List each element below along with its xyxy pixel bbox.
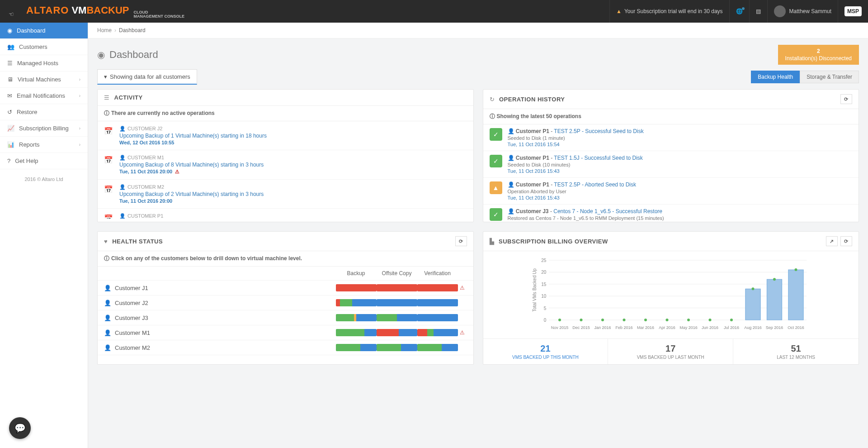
svg-point-23 bbox=[665, 319, 668, 321]
share-button[interactable]: ↗ bbox=[826, 236, 838, 246]
tab-backup-health[interactable]: Backup Health bbox=[751, 71, 800, 83]
op-link[interactable]: TEST 1.5J - Successful Seed to Disk bbox=[554, 155, 643, 161]
sidebar-item-label: Email Notifications bbox=[17, 92, 65, 99]
svg-text:0: 0 bbox=[543, 318, 546, 323]
ops-title: OPERATION HISTORY bbox=[499, 96, 565, 103]
ops-list[interactable]: ✓ 👤 Customer P1 - TEST 2.5P - Successful… bbox=[483, 124, 859, 222]
svg-point-27 bbox=[708, 319, 711, 321]
activity-desc[interactable]: Upcoming Backup of 2 Virtual Machine(s) … bbox=[119, 191, 264, 197]
user-menu[interactable]: Matthew Sammut bbox=[767, 0, 838, 23]
health-row[interactable]: 👤Customer M1 ⚠ bbox=[98, 325, 473, 340]
sidebar-item-dashboard[interactable]: ◉Dashboard bbox=[0, 23, 88, 39]
operation-item[interactable]: ✓ 👤 Customer J3 - Centos 7 - Node 1_v6.5… bbox=[483, 205, 859, 222]
op-detail: Seeded to Disk (1 minute) bbox=[508, 135, 644, 141]
svg-text:May 2016: May 2016 bbox=[679, 325, 698, 330]
globe-icon[interactable]: 🌐 bbox=[729, 0, 749, 23]
op-link[interactable]: TEST 2.5P - Aborted Seed to Disk bbox=[554, 181, 636, 188]
activity-desc[interactable]: Upcoming Backup of 8 Virtual Machine(s) … bbox=[119, 162, 264, 168]
operation-item[interactable]: ✓ 👤 Customer P1 - TEST 2.5P - Successful… bbox=[483, 124, 859, 151]
operation-item[interactable]: ✓ 👤 Customer P1 - TEST 1.5J - Successful… bbox=[483, 151, 859, 178]
health-row[interactable]: 👤Customer J3 bbox=[98, 310, 473, 325]
msp-badge[interactable]: MSP bbox=[838, 0, 868, 23]
billing-stat[interactable]: 21VMS BACKED UP THIS MONTH bbox=[483, 339, 609, 364]
sidebar-icon: ↺ bbox=[7, 109, 12, 115]
refresh-button[interactable]: ⟳ bbox=[840, 236, 852, 246]
activity-timestamp: Tue, 11 Oct 2016 20:00⚠ bbox=[119, 169, 264, 175]
activity-item[interactable]: 📅 👤CUSTOMER M2 Upcoming Backup of 2 Virt… bbox=[98, 180, 473, 209]
trial-notice[interactable]: ▲Your Subscription trial will end in 30 … bbox=[609, 0, 729, 23]
svg-text:Total VMs Backed Up: Total VMs Backed Up bbox=[532, 268, 537, 312]
sidebar-item-managed-hosts[interactable]: ☰Managed Hosts bbox=[0, 55, 88, 71]
topbar: ☜ ALTARO VMBACKUP CLOUDMANAGEMENT CONSOL… bbox=[0, 0, 868, 23]
refresh-button[interactable]: ⟳ bbox=[840, 94, 852, 104]
col-offsite: Offsite Copy bbox=[377, 270, 417, 276]
billing-stat[interactable]: 17VMS BACKED UP LAST MONTH bbox=[608, 339, 733, 364]
activity-item[interactable]: 📅 👤CUSTOMER M1 Upcoming Backup of 8 Virt… bbox=[98, 150, 473, 180]
sidebar-item-virtual-machines[interactable]: 🖥Virtual Machines› bbox=[0, 71, 88, 88]
health-row[interactable]: 👤Customer J1 ⚠ bbox=[98, 281, 473, 295]
sidebar-item-get-help[interactable]: ?Get Help bbox=[0, 153, 88, 169]
sidebar-item-email-notifications[interactable]: ✉Email Notifications› bbox=[0, 88, 88, 104]
info-icon: ⓘ bbox=[104, 255, 109, 262]
activity-item[interactable]: 📅 👤CUSTOMER J2 Upcoming Backup of 1 Virt… bbox=[98, 121, 473, 150]
success-icon: ✓ bbox=[490, 208, 502, 221]
activity-timestamp: Tue, 11 Oct 2016 20:00 bbox=[119, 198, 264, 204]
tab-storage-transfer[interactable]: Storage & Transfer bbox=[800, 71, 859, 83]
activity-list[interactable]: 📅 👤CUSTOMER J2 Upcoming Backup of 1 Virt… bbox=[98, 121, 473, 219]
health-customer: 👤Customer J1 bbox=[104, 285, 336, 291]
list-icon: ☰ bbox=[104, 94, 110, 101]
heart-icon: ♥ bbox=[104, 238, 108, 245]
svg-text:Nov 2015: Nov 2015 bbox=[551, 325, 568, 330]
breadcrumb-home[interactable]: Home bbox=[97, 27, 112, 33]
billing-stat-number: 21 bbox=[488, 343, 604, 354]
svg-point-35 bbox=[773, 278, 776, 281]
activity-item[interactable]: 📅 👤CUSTOMER P1 Upcoming Backup of 2 Virt… bbox=[98, 209, 473, 219]
health-row[interactable]: 👤Customer J2 bbox=[98, 295, 473, 310]
activity-desc[interactable]: Upcoming Backup of 1 Virtual Machine(s) … bbox=[119, 133, 267, 139]
info-icon: ⓘ bbox=[490, 113, 495, 119]
svg-text:Mar 2016: Mar 2016 bbox=[637, 325, 654, 330]
op-link[interactable]: TEST 2.5P - Successful Seed to Disk bbox=[554, 128, 643, 134]
health-bar bbox=[417, 299, 458, 306]
svg-rect-37 bbox=[788, 270, 803, 320]
svg-text:25: 25 bbox=[541, 258, 547, 263]
warning-icon: ▲ bbox=[490, 181, 502, 194]
sidebar-item-reports[interactable]: 📊Reports› bbox=[0, 137, 88, 153]
billing-stat[interactable]: 51LAST 12 MONTHS bbox=[733, 339, 859, 364]
health-customer: 👤Customer J3 bbox=[104, 315, 336, 321]
refresh-button[interactable]: ⟳ bbox=[455, 236, 467, 246]
hamburger-icon[interactable]: ☜ bbox=[0, 5, 23, 18]
health-title: HEALTH STATUS bbox=[112, 238, 163, 245]
health-row[interactable]: 👤Customer M2 bbox=[98, 340, 473, 355]
activity-timestamp: Wed, 12 Oct 2016 10:55 bbox=[119, 140, 267, 145]
svg-text:Apr 2016: Apr 2016 bbox=[659, 325, 675, 330]
health-bar bbox=[377, 329, 417, 336]
health-bar bbox=[417, 284, 458, 291]
sidebar-item-subscription-billing[interactable]: 📈Subscription Billing› bbox=[0, 120, 88, 137]
sidebar-item-label: Restore bbox=[17, 109, 38, 115]
op-customer: Customer J3 bbox=[516, 208, 549, 214]
calendar-icon: 📅 bbox=[104, 155, 113, 175]
op-customer: Customer P1 bbox=[516, 181, 549, 188]
svg-text:Feb 2016: Feb 2016 bbox=[615, 325, 632, 330]
svg-point-32 bbox=[751, 287, 754, 290]
sidebar-item-customers[interactable]: 👥Customers bbox=[0, 39, 88, 55]
customer-filter[interactable]: ▾Showing data for all customers bbox=[97, 69, 197, 85]
health-subtitle: Click on any of the customers below to d… bbox=[111, 255, 302, 262]
svg-text:5: 5 bbox=[543, 306, 546, 311]
op-link[interactable]: Centos 7 - Node 1_v6.5 - Successful Rest… bbox=[553, 208, 662, 214]
apps-icon[interactable]: ▤ bbox=[749, 0, 767, 23]
activity-customer: 👤CUSTOMER J2 bbox=[119, 126, 267, 132]
chat-button[interactable]: 💬 bbox=[9, 417, 31, 439]
view-tabs: Backup Health Storage & Transfer bbox=[751, 71, 859, 83]
billing-stat-label: VMS BACKED UP THIS MONTH bbox=[488, 355, 604, 360]
health-bar bbox=[417, 344, 458, 351]
health-body[interactable]: Backup Offsite Copy Verification 👤Custom… bbox=[98, 267, 473, 364]
row-warning-icon: ⚠ bbox=[458, 285, 467, 291]
brand-altaro: ALTARO bbox=[26, 5, 69, 16]
op-detail: Operation Aborted by User bbox=[508, 189, 636, 194]
sidebar-item-restore[interactable]: ↺Restore bbox=[0, 104, 88, 120]
operation-item[interactable]: ▲ 👤 Customer P1 - TEST 2.5P - Aborted Se… bbox=[483, 178, 859, 205]
disconnected-alert[interactable]: 2 Installation(s) Disconnected bbox=[778, 45, 859, 65]
calendar-icon: 📅 bbox=[104, 184, 113, 204]
